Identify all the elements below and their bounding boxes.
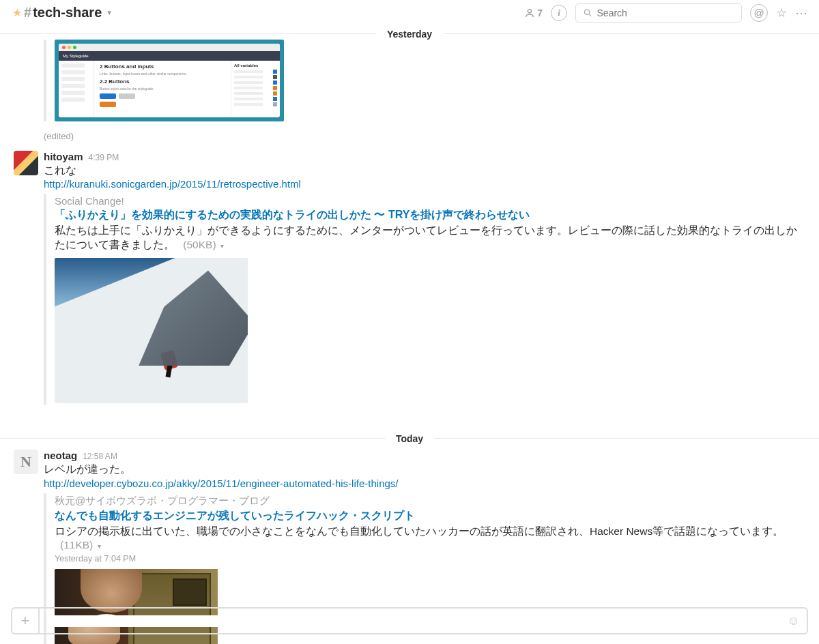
caret-down-icon[interactable]: ▾: [220, 242, 224, 250]
emoji-icon[interactable]: ☺: [788, 614, 800, 628]
attachment-title[interactable]: 「ふりかえり」を効果的にするための実践的なトライの出しかた 〜 TRYを掛け声で…: [55, 208, 530, 222]
sg-right-h: All variables: [234, 63, 277, 68]
message-link[interactable]: http://developer.cybozu.co.jp/akky/2015/…: [44, 478, 398, 489]
svg-line-2: [589, 14, 591, 16]
attachment-size: (50KB): [183, 239, 216, 250]
avatar[interactable]: [14, 151, 38, 175]
svg-point-0: [528, 9, 532, 12]
attachment-image-mountain[interactable]: [55, 258, 805, 403]
chevron-down-icon[interactable]: ▼: [106, 9, 113, 16]
member-count[interactable]: 7: [524, 8, 543, 18]
search-icon: [583, 8, 593, 18]
caret-down-icon[interactable]: ▾: [98, 542, 101, 550]
message-author[interactable]: hitoyam: [44, 151, 83, 162]
message-composer: + ☺: [11, 607, 808, 634]
link-attachment: Social Change! 「ふりかえり」を効果的にするための実践的なトライの…: [44, 194, 805, 405]
message-input[interactable]: [46, 615, 788, 627]
message-time[interactable]: 12:58 AM: [83, 452, 117, 461]
star-outline-icon[interactable]: ☆: [776, 5, 787, 20]
message-link[interactable]: http://kuranuki.sonicgarden.jp/2015/11/r…: [44, 178, 301, 190]
date-divider-label: Yesterday: [376, 29, 443, 40]
more-icon[interactable]: ⋯: [795, 5, 808, 20]
avatar[interactable]: N: [14, 450, 38, 474]
channel-header: ★ # tech-share ▼ 7 i @ ☆ ⋯: [0, 0, 819, 26]
date-divider-today: Today: [0, 430, 819, 439]
search-input[interactable]: [597, 8, 734, 18]
attachment-image-styleguide[interactable]: My Styleguide 2 Buttons and inputs Links…: [55, 40, 284, 121]
sg-sub1: Links, buttons, input-boxes and other si…: [100, 72, 225, 76]
search-box[interactable]: [575, 3, 742, 23]
sg-sub2: Button styles used in the styleguide.: [100, 87, 225, 91]
hash-icon: #: [24, 5, 31, 20]
mentions-icon[interactable]: @: [750, 4, 768, 22]
message-author[interactable]: neotag: [44, 450, 77, 461]
message-time[interactable]: 4:39 PM: [89, 153, 119, 162]
avatar-letter: N: [20, 453, 31, 471]
date-divider-label: Today: [385, 433, 434, 444]
person-icon: [524, 8, 535, 18]
sg-h2: 2.2 Buttons: [100, 78, 225, 85]
attachment-timestamp: Yesterday at 7:04 PM: [55, 554, 805, 564]
channel-name[interactable]: tech-share: [33, 5, 102, 20]
attachment-title[interactable]: なんでも自動化するエンジニアが残していったライフハック・スクリプト: [55, 509, 415, 523]
sg-title: My Styleguide: [63, 54, 89, 58]
info-icon[interactable]: i: [551, 5, 567, 21]
previous-message-attachment: My Styleguide 2 Buttons and inputs Links…: [0, 34, 819, 124]
sg-h1: 2 Buttons and inputs: [100, 63, 225, 70]
attachment-desc: 私たちは上手に「ふりかえり」ができるようにするために、メンターがついてレビューを…: [55, 224, 797, 250]
edited-label: (edited): [0, 124, 819, 147]
attachment-source[interactable]: Social Change!: [55, 195, 805, 207]
attachment-source[interactable]: 秋元@サイボウズラボ・プログラマー・ブログ: [55, 495, 805, 508]
member-count-value: 7: [537, 8, 543, 18]
attachment-size: (11KB): [60, 539, 93, 551]
message-text: レベルが違った。: [44, 462, 805, 477]
date-divider-yesterday: Yesterday: [0, 26, 819, 34]
star-filled-icon[interactable]: ★: [12, 6, 22, 19]
message-text: これな: [44, 163, 805, 178]
svg-point-1: [584, 10, 589, 14]
attachment-desc: ロシアの掲示板に出ていた、職場での小さなことをなんでも自動化していたハッカーの話…: [55, 525, 784, 537]
attach-button[interactable]: +: [11, 607, 38, 634]
message-hitoyam: hitoyam 4:39 PM これな http://kuranuki.soni…: [0, 147, 819, 409]
